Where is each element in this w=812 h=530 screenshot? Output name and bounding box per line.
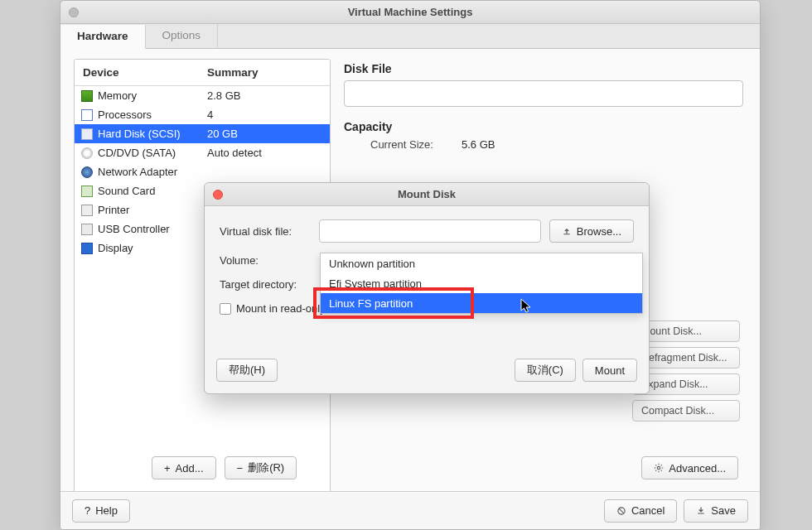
close-dialog-icon[interactable] xyxy=(213,190,223,200)
current-size-value: 5.6 GB xyxy=(462,138,495,151)
close-window-icon[interactable] xyxy=(69,7,79,17)
tab-bar: Hardware Options xyxy=(60,24,760,49)
processors-icon xyxy=(81,109,93,121)
tab-hardware[interactable]: Hardware xyxy=(60,25,146,49)
svg-point-0 xyxy=(658,466,660,469)
window-title: Virtual Machine Settings xyxy=(60,6,760,18)
cancel-icon xyxy=(616,506,626,516)
usb-icon xyxy=(81,224,93,235)
printer-icon xyxy=(81,205,93,216)
device-row-cddvd[interactable]: CD/DVD (SATA)Auto detect xyxy=(75,143,330,162)
browse-button[interactable]: Browse... xyxy=(549,219,634,243)
network-icon xyxy=(81,166,93,178)
display-icon xyxy=(81,243,93,254)
upload-icon xyxy=(562,226,572,236)
volume-option-linux[interactable]: Linux FS partition xyxy=(321,293,642,313)
gear-icon xyxy=(654,463,664,473)
current-size-label: Current Size: xyxy=(370,138,462,151)
cddvd-icon xyxy=(81,147,93,159)
device-row-processors[interactable]: Processors4 xyxy=(75,105,330,124)
dialog-title: Mount Disk xyxy=(205,188,649,200)
device-row-memory[interactable]: Memory2.8 GB xyxy=(75,86,330,105)
volume-label: Volume: xyxy=(220,254,319,267)
question-icon: ? xyxy=(85,504,90,517)
dialog-help-button[interactable]: 帮助(H) xyxy=(216,359,278,382)
advanced-button[interactable]: Advanced... xyxy=(641,456,738,479)
sound-icon xyxy=(81,186,93,197)
dialog-titlebar: Mount Disk xyxy=(205,183,649,206)
volume-option-unknown[interactable]: Unknown partition xyxy=(321,253,642,273)
help-button[interactable]: ?Help xyxy=(72,499,130,523)
tab-options[interactable]: Options xyxy=(146,24,219,48)
dialog-mount-button[interactable]: Mount xyxy=(582,359,637,382)
plus-icon: + xyxy=(164,462,171,475)
capacity-label: Capacity xyxy=(344,120,743,133)
cancel-button[interactable]: Cancel xyxy=(604,499,677,523)
virtual-disk-file-input[interactable] xyxy=(319,219,541,243)
titlebar: Virtual Machine Settings xyxy=(60,1,760,24)
readonly-checkbox[interactable] xyxy=(220,303,231,315)
remove-device-button[interactable]: −删除(R) xyxy=(225,456,297,479)
minus-icon: − xyxy=(237,462,244,475)
column-summary: Summary xyxy=(199,60,330,85)
disk-file-input[interactable] xyxy=(344,80,743,107)
volume-dropdown[interactable]: Unknown partition Efi System partition L… xyxy=(320,253,643,314)
compact-disk-button[interactable]: Compact Disk... xyxy=(632,400,740,422)
svg-line-2 xyxy=(619,508,624,513)
download-icon xyxy=(696,506,706,516)
bottom-bar: ?Help Cancel Save xyxy=(60,491,760,529)
volume-option-efi[interactable]: Efi System partition xyxy=(321,273,642,293)
save-button[interactable]: Save xyxy=(684,499,748,523)
dialog-cancel-button[interactable]: 取消(C) xyxy=(515,359,576,382)
disk-file-label: Disk File xyxy=(344,62,743,75)
device-row-harddisk[interactable]: Hard Disk (SCSI)20 GB xyxy=(75,124,330,143)
target-directory-label: Target directory: xyxy=(220,278,319,291)
virtual-disk-file-label: Virtual disk file: xyxy=(220,225,319,238)
harddisk-icon xyxy=(81,128,93,140)
memory-icon xyxy=(81,90,93,102)
add-device-button[interactable]: +Add... xyxy=(152,456,216,479)
column-device: Device xyxy=(75,60,199,85)
device-row-network[interactable]: Network Adapter xyxy=(75,162,330,181)
